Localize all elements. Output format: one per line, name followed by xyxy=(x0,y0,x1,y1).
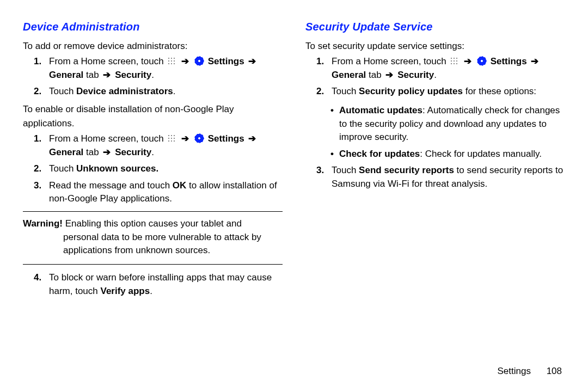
warning-block: Warning! Enabling this option causes you… xyxy=(23,211,283,265)
heading-security-update: Security Update Service xyxy=(305,21,565,33)
step-home-settings-2: 1. From a Home screen, touch ➔ Settings … xyxy=(49,132,283,159)
settings-gear-icon xyxy=(477,56,487,66)
page-footer: Settings 108 xyxy=(497,366,562,377)
step-device-administrators: 2. Touch Device administrators. xyxy=(49,85,283,99)
intro-non-google-b: applications. xyxy=(23,118,283,129)
left-column: Device Administration To add or remove d… xyxy=(23,21,283,303)
step-home-settings-1: 1. From a Home screen, touch ➔ Settings … xyxy=(49,55,283,82)
arrow-icon: ➔ xyxy=(531,56,538,66)
intro-non-google-a: To enable or disable installation of non… xyxy=(23,104,283,115)
settings-gear-icon xyxy=(194,133,204,143)
right-column: Security Update Service To set security … xyxy=(305,21,565,303)
footer-chapter: Settings xyxy=(497,366,530,376)
settings-gear-icon xyxy=(194,56,204,66)
step-unknown-sources: 2. Touch Unknown sources. xyxy=(49,162,283,176)
apps-grid-icon xyxy=(167,57,176,65)
arrow-icon: ➔ xyxy=(181,133,189,144)
arrow-icon: ➔ xyxy=(103,70,111,80)
bullet-automatic-updates: Automatic updates: Automatically check f… xyxy=(339,104,565,144)
arrow-icon: ➔ xyxy=(181,56,189,66)
step-read-ok: 3. Read the message and touch OK to allo… xyxy=(49,179,283,206)
intro-security-update: To set security update service settings: xyxy=(305,41,565,52)
arrow-icon: ➔ xyxy=(385,70,393,80)
bullet-check-for-updates: Check for updates: Check for updates man… xyxy=(339,148,565,161)
arrow-icon: ➔ xyxy=(103,147,111,157)
arrow-icon: ➔ xyxy=(248,133,256,144)
arrow-icon: ➔ xyxy=(464,56,471,66)
step-send-security-reports: 3. Touch Send security reports to send s… xyxy=(332,164,565,191)
footer-page-number: 108 xyxy=(547,366,562,376)
step-home-settings-3: 1. From a Home screen, touch ➔ Settings … xyxy=(332,55,565,82)
arrow-icon: ➔ xyxy=(248,56,256,66)
heading-device-admin: Device Administration xyxy=(23,21,283,33)
step-security-policy-updates: 2. Touch Security policy updates for the… xyxy=(332,85,565,99)
intro-add-remove: To add or remove device administrators: xyxy=(23,41,283,52)
apps-grid-icon xyxy=(167,134,176,143)
step-verify-apps: 4. To block or warn before installing ap… xyxy=(49,271,283,298)
apps-grid-icon xyxy=(450,57,458,65)
